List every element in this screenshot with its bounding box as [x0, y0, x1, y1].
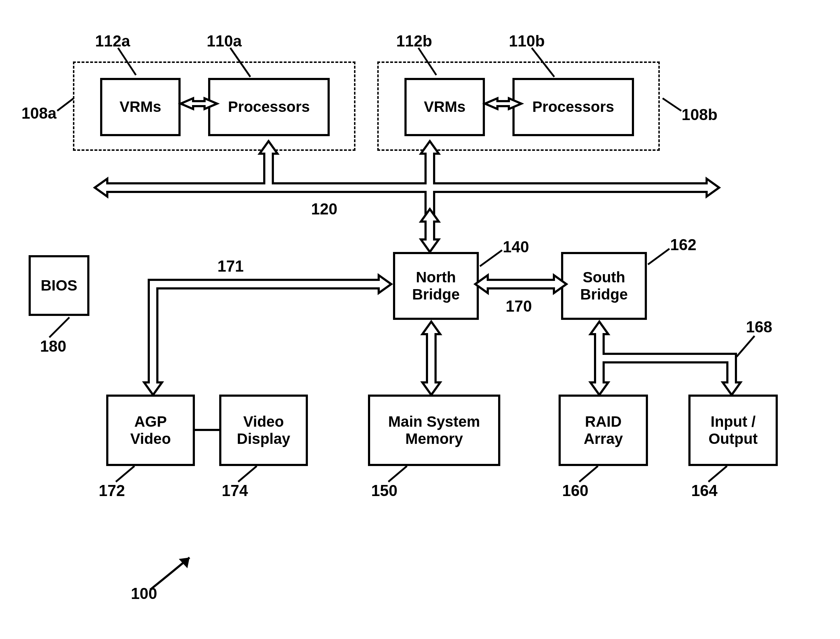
main-memory-label: Main System Memory: [388, 413, 480, 448]
agp-video-label: AGP Video: [130, 413, 171, 448]
io-box: Input / Output: [689, 394, 778, 466]
proc-a-label: Processors: [228, 98, 310, 115]
svg-line-11: [388, 466, 407, 482]
ref-112b: 112b: [396, 32, 432, 50]
bios-box: BIOS: [29, 255, 89, 316]
ref-112a: 112a: [95, 32, 130, 50]
ref-168: 168: [746, 318, 772, 336]
diagram-stage: VRMs Processors VRMs Processors BIOS Nor…: [0, 0, 840, 639]
ref-160: 160: [562, 482, 588, 500]
vrm-box-a: VRMs: [100, 78, 180, 136]
video-display-box: Video Display: [219, 394, 308, 466]
raid-array-label: RAID Array: [583, 413, 623, 448]
svg-line-8: [49, 317, 69, 337]
south-bridge-label: South Bridge: [580, 269, 628, 304]
agp-video-box: AGP Video: [106, 394, 195, 466]
ref-108a: 108a: [21, 104, 56, 122]
ref-172: 172: [99, 482, 125, 500]
svg-line-4: [57, 98, 74, 111]
svg-line-6: [480, 250, 502, 266]
svg-line-9: [116, 466, 134, 482]
ref-100: 100: [131, 585, 157, 602]
ref-110a: 110a: [207, 32, 242, 50]
north-bridge-label: North Bridge: [412, 269, 459, 304]
proc-b-label: Processors: [532, 98, 614, 115]
svg-line-5: [663, 98, 681, 111]
svg-line-12: [579, 466, 598, 482]
processors-box-a: Processors: [208, 78, 330, 136]
bios-label: BIOS: [41, 277, 78, 294]
ref-140: 140: [503, 238, 529, 256]
video-display-label: Video Display: [237, 413, 290, 448]
svg-marker-15: [179, 558, 190, 568]
ref-164: 164: [691, 482, 717, 500]
svg-line-7: [648, 249, 669, 264]
ref-171: 171: [217, 258, 244, 275]
vrm-box-b: VRMs: [405, 78, 485, 136]
ref-120: 120: [311, 200, 337, 218]
ref-110b: 110b: [509, 32, 545, 50]
processors-box-b: Processors: [512, 78, 634, 136]
ref-108b: 108b: [682, 106, 717, 124]
svg-line-13: [708, 466, 727, 482]
agp-vdisp-link: [195, 429, 219, 431]
vrm-a-label: VRMs: [120, 98, 161, 115]
raid-array-box: RAID Array: [559, 394, 648, 466]
io-label: Input / Output: [708, 413, 758, 448]
ref-150: 150: [371, 482, 397, 500]
ref-170: 170: [506, 297, 532, 315]
south-bridge-box: South Bridge: [561, 252, 647, 320]
north-bridge-box: North Bridge: [393, 252, 479, 320]
ref-174: 174: [222, 482, 248, 500]
svg-line-10: [238, 466, 257, 482]
ref-162: 162: [670, 236, 696, 254]
ref-180: 180: [40, 337, 66, 355]
svg-line-14: [736, 336, 754, 357]
main-memory-box: Main System Memory: [368, 394, 500, 466]
vrm-b-label: VRMs: [424, 98, 465, 115]
